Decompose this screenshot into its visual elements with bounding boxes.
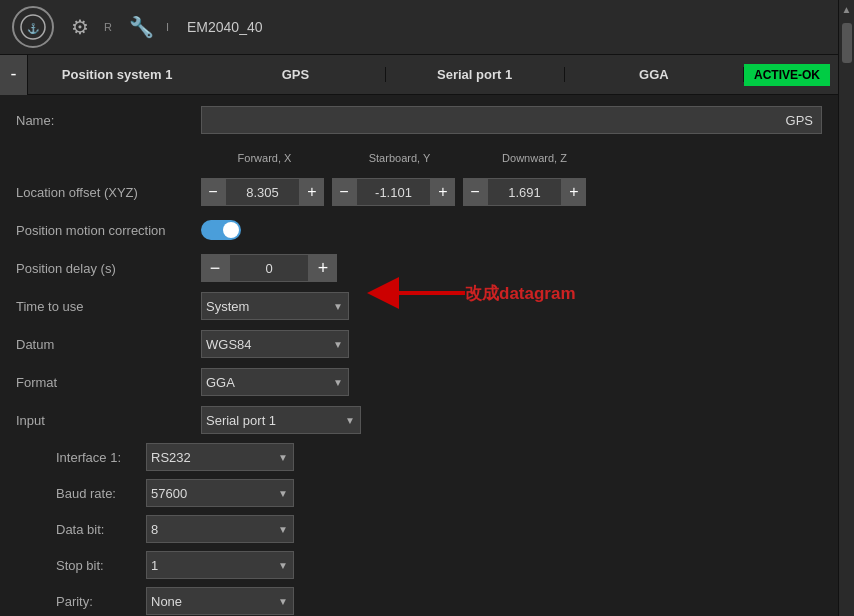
datum-wrapper: WGS84 ▼ [201, 330, 349, 358]
starboard-y-input[interactable] [356, 178, 431, 206]
input-control: Serial port 1 Serial port 2 ▼ [201, 406, 822, 434]
time-to-use-control: System Datagram ▼ [201, 292, 822, 320]
input-row: Input Serial port 1 Serial port 2 ▼ [16, 403, 822, 437]
serial-port-label: Serial port 1 [386, 67, 565, 82]
time-to-use-select[interactable]: System Datagram [201, 292, 349, 320]
position-motion-control [201, 220, 822, 240]
format-label: Format [16, 375, 201, 390]
position-delay-plus-button[interactable]: + [309, 254, 337, 282]
format-row: Format GGA GLL RMC ▼ [16, 365, 822, 399]
position-system-label: Position system 1 [28, 67, 206, 82]
scroll-up-icon[interactable]: ▲ [839, 0, 854, 19]
position-delay-minus-button[interactable]: − [201, 254, 229, 282]
position-delay-label: Position delay (s) [16, 261, 201, 276]
stop-bit-label: Stop bit: [56, 558, 146, 573]
forward-x-plus-button[interactable]: + [300, 178, 324, 206]
input-select[interactable]: Serial port 1 Serial port 2 [201, 406, 361, 434]
forward-x-input[interactable] [225, 178, 300, 206]
data-bit-row: Data bit: 7 8 ▼ [56, 513, 822, 545]
format-wrapper: GGA GLL RMC ▼ [201, 368, 349, 396]
starboard-header: Starboard, Y [336, 152, 463, 164]
xyz-headers-row: Forward, X Starboard, Y Downward, Z [16, 141, 822, 175]
time-to-use-wrapper: System Datagram ▼ [201, 292, 349, 320]
name-control [201, 106, 822, 134]
baud-wrapper: 4800 9600 19200 38400 57600 115200 ▼ [146, 479, 294, 507]
forward-header: Forward, X [201, 152, 328, 164]
name-label: Name: [16, 113, 201, 128]
location-offset-label: Location offset (XYZ) [16, 185, 201, 200]
datum-label: Datum [16, 337, 201, 352]
interface-row: Interface 1: RS232 RS422 ▼ [56, 441, 822, 473]
parity-wrapper: None Even Odd ▼ [146, 587, 294, 615]
toggle-knob [223, 222, 239, 238]
stop-bit-row: Stop bit: 1 2 ▼ [56, 549, 822, 581]
i-label: I [166, 21, 169, 33]
gga-label: GGA [565, 67, 744, 82]
interface-wrapper: RS232 RS422 ▼ [146, 443, 294, 471]
starboard-y-minus-button[interactable]: − [332, 178, 356, 206]
baud-select[interactable]: 4800 9600 19200 38400 57600 115200 [146, 479, 294, 507]
format-control: GGA GLL RMC ▼ [201, 368, 822, 396]
input-wrapper: Serial port 1 Serial port 2 ▼ [201, 406, 361, 434]
data-bit-label: Data bit: [56, 522, 146, 537]
logo-icon: ⚓ [12, 6, 54, 48]
main-content: - Position system 1 GPS Serial port 1 GG… [0, 55, 838, 616]
stop-bit-select[interactable]: 1 2 [146, 551, 294, 579]
baud-rate-row: Baud rate: 4800 9600 19200 38400 57600 1… [56, 477, 822, 509]
data-bit-wrapper: 7 8 ▼ [146, 515, 294, 543]
sub-section: Interface 1: RS232 RS422 ▼ Baud rate: 48… [56, 441, 822, 616]
time-to-use-label: Time to use [16, 299, 201, 314]
xyz-inputs: − + − + − + [201, 178, 822, 206]
downward-header: Downward, Z [471, 152, 598, 164]
forward-x-minus-button[interactable]: − [201, 178, 225, 206]
position-motion-row: Position motion correction [16, 213, 822, 247]
input-label: Input [16, 413, 201, 428]
r-label: R [104, 21, 112, 33]
gps-label: GPS [206, 67, 385, 82]
position-delay-group: − + [201, 254, 337, 282]
gear-icon[interactable]: ⚙ [64, 11, 96, 43]
parity-row: Parity: None Even Odd ▼ [56, 585, 822, 616]
position-system-header: - Position system 1 GPS Serial port 1 GG… [0, 55, 838, 95]
baud-label: Baud rate: [56, 486, 146, 501]
location-offset-row: Location offset (XYZ) − + − + − [16, 175, 822, 209]
downward-z-minus-button[interactable]: − [463, 178, 487, 206]
datum-row: Datum WGS84 ▼ [16, 327, 822, 361]
downward-z-plus-button[interactable]: + [562, 178, 586, 206]
scroll-thumb[interactable] [842, 23, 852, 63]
downward-z-input[interactable] [487, 178, 562, 206]
position-delay-row: Position delay (s) − + [16, 251, 822, 285]
downward-z-group: − + [463, 178, 586, 206]
position-delay-input[interactable] [229, 254, 309, 282]
stop-bit-wrapper: 1 2 ▼ [146, 551, 294, 579]
position-delay-control: − + [201, 254, 822, 282]
collapse-button[interactable]: - [0, 55, 28, 95]
name-row: Name: [16, 103, 822, 137]
datum-select[interactable]: WGS84 [201, 330, 349, 358]
name-input[interactable] [201, 106, 822, 134]
format-select[interactable]: GGA GLL RMC [201, 368, 349, 396]
data-bit-select[interactable]: 7 8 [146, 515, 294, 543]
forward-x-group: − + [201, 178, 324, 206]
starboard-y-plus-button[interactable]: + [431, 178, 455, 206]
interface-select[interactable]: RS232 RS422 [146, 443, 294, 471]
datum-control: WGS84 ▼ [201, 330, 822, 358]
svg-text:⚓: ⚓ [27, 22, 40, 35]
active-status-badge: ACTIVE-OK [744, 64, 830, 86]
time-to-use-row: Time to use System Datagram ▼ [16, 289, 822, 323]
starboard-y-group: − + [332, 178, 455, 206]
interface-label: Interface 1: [56, 450, 146, 465]
form-area: Name: Forward, X Starboard, Y Downward, … [0, 95, 838, 616]
app-title: EM2040_40 [187, 19, 263, 35]
top-bar: ⚓ ⚙ R 🔧 I EM2040_40 [0, 0, 854, 55]
scrollbar[interactable]: ▲ [838, 0, 854, 616]
parity-label: Parity: [56, 594, 146, 609]
position-motion-toggle[interactable] [201, 220, 241, 240]
parity-select[interactable]: None Even Odd [146, 587, 294, 615]
position-motion-label: Position motion correction [16, 223, 201, 238]
wrench-icon[interactable]: 🔧 [126, 11, 158, 43]
